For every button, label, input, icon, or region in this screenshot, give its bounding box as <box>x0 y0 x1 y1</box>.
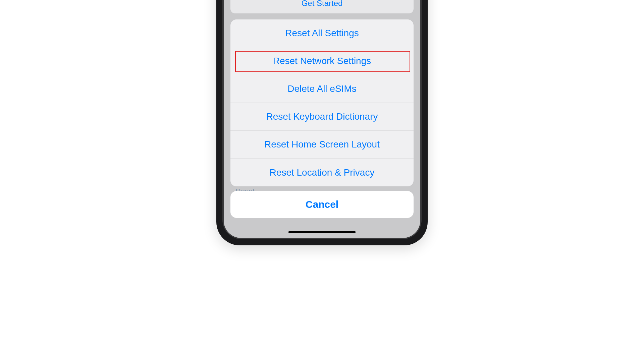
phone-inner-bezel: Get Started Reset Reset All Settings Res… <box>222 0 422 239</box>
get-started-label: Get Started <box>302 0 343 8</box>
cancel-button[interactable]: Cancel <box>230 191 414 218</box>
get-started-button: Get Started <box>230 0 414 13</box>
option-label: Reset All Settings <box>285 28 359 39</box>
reset-action-sheet: Reset All Settings Reset Network Setting… <box>230 19 414 218</box>
reset-all-settings-option[interactable]: Reset All Settings <box>230 19 414 47</box>
phone-screen: Get Started Reset Reset All Settings Res… <box>224 0 420 238</box>
option-label: Reset Location & Privacy <box>270 167 375 178</box>
option-label: Delete All eSIMs <box>287 83 356 94</box>
reset-keyboard-dictionary-option[interactable]: Reset Keyboard Dictionary <box>230 103 414 131</box>
reset-options-card: Reset All Settings Reset Network Setting… <box>230 19 414 186</box>
home-indicator-bar[interactable] <box>288 231 356 233</box>
option-label: Reset Keyboard Dictionary <box>266 111 378 122</box>
option-label: Reset Home Screen Layout <box>264 139 380 150</box>
option-label: Reset Network Settings <box>273 56 371 66</box>
reset-location-privacy-option[interactable]: Reset Location & Privacy <box>230 159 414 186</box>
phone-device-frame: Get Started Reset Reset All Settings Res… <box>216 0 428 245</box>
delete-all-esims-option[interactable]: Delete All eSIMs <box>230 75 414 103</box>
reset-network-settings-option[interactable]: Reset Network Settings <box>230 47 414 75</box>
cancel-label: Cancel <box>306 199 338 210</box>
reset-home-screen-layout-option[interactable]: Reset Home Screen Layout <box>230 131 414 159</box>
